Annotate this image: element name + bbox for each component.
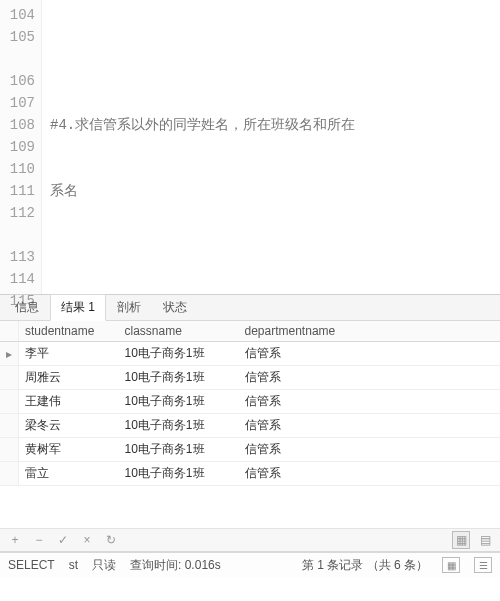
cell-classname[interactable]: 10电子商务1班 [119, 342, 239, 366]
cell-classname[interactable]: 10电子商务1班 [119, 438, 239, 462]
tab-status[interactable]: 状态 [152, 294, 198, 320]
row-pointer [0, 462, 19, 486]
results-toolbar: + − ✓ × ↻ ▦ ▤ [0, 528, 500, 552]
status-query-time: 查询时间: 0.016s [130, 557, 221, 574]
comment-line: #4.求信管系以外的同学姓名，所在班级名和所在 [50, 114, 496, 136]
detail-mode-icon[interactable]: ☰ [474, 557, 492, 573]
row-pointer [0, 438, 19, 462]
table-row[interactable]: 王建伟10电子商务1班信管系 [0, 390, 500, 414]
table-row[interactable]: ▸李平10电子商务1班信管系 [0, 342, 500, 366]
line-number-gutter: 104105 106107108109110111112 113114115 [0, 0, 42, 294]
code-content[interactable]: #4.求信管系以外的同学姓名，所在班级名和所在 系名 SELECT studen… [42, 0, 500, 294]
status-record-info: 第 1 条记录 （共 6 条） [302, 557, 428, 574]
cell-studentname[interactable]: 梁冬云 [19, 414, 119, 438]
table-row[interactable]: 雷立10电子商务1班信管系 [0, 462, 500, 486]
row-pointer: ▸ [0, 342, 19, 366]
line-number: 109 [0, 136, 35, 158]
status-bar: SELECT st 只读 查询时间: 0.016s 第 1 条记录 （共 6 条… [0, 553, 500, 577]
column-header-studentname[interactable]: studentname [19, 321, 119, 342]
table-row[interactable]: 黄树军10电子商务1班信管系 [0, 438, 500, 462]
cell-classname[interactable]: 10电子商务1班 [119, 414, 239, 438]
cell-studentname[interactable]: 黄树军 [19, 438, 119, 462]
table-header-row: studentname classname departmentname [0, 321, 500, 342]
table-row[interactable]: 周雅云10电子商务1班信管系 [0, 366, 500, 390]
line-number: 110 [0, 158, 35, 180]
add-row-button[interactable]: + [6, 531, 24, 549]
line-number: 104 [0, 4, 35, 26]
tab-result-1[interactable]: 结果 1 [50, 294, 106, 321]
status-st: st [69, 558, 78, 572]
cell-departmentname[interactable]: 信管系 [239, 342, 501, 366]
cell-departmentname[interactable]: 信管系 [239, 462, 501, 486]
cell-departmentname[interactable]: 信管系 [239, 438, 501, 462]
column-header-classname[interactable]: classname [119, 321, 239, 342]
row-pointer [0, 366, 19, 390]
cell-studentname[interactable]: 雷立 [19, 462, 119, 486]
apply-button[interactable]: ✓ [54, 531, 72, 549]
form-view-icon[interactable]: ▤ [476, 531, 494, 549]
cell-studentname[interactable]: 李平 [19, 342, 119, 366]
line-number: 111 [0, 180, 35, 202]
cell-studentname[interactable]: 王建伟 [19, 390, 119, 414]
row-pointer [0, 414, 19, 438]
line-number: 106 [0, 70, 35, 92]
table-row[interactable]: 梁冬云10电子商务1班信管系 [0, 414, 500, 438]
refresh-button[interactable]: ↻ [102, 531, 120, 549]
cancel-button[interactable]: × [78, 531, 96, 549]
line-number: 107 [0, 92, 35, 114]
grid-mode-icon[interactable]: ▦ [442, 557, 460, 573]
cell-classname[interactable]: 10电子商务1班 [119, 366, 239, 390]
cell-classname[interactable]: 10电子商务1班 [119, 390, 239, 414]
column-header-departmentname[interactable]: departmentname [239, 321, 501, 342]
code-editor[interactable]: 104105 106107108109110111112 113114115 #… [0, 0, 500, 295]
row-pointer [0, 390, 19, 414]
delete-row-button[interactable]: − [30, 531, 48, 549]
tab-profile[interactable]: 剖析 [106, 294, 152, 320]
results-panel: studentname classname departmentname ▸李平… [0, 321, 500, 553]
cell-departmentname[interactable]: 信管系 [239, 390, 501, 414]
line-number: 114 [0, 268, 35, 290]
row-pointer-header [0, 321, 19, 342]
comment-line-wrap: 系名 [50, 180, 496, 202]
tab-info[interactable]: 信息 [4, 294, 50, 320]
results-tabs: 信息 结果 1 剖析 状态 [0, 295, 500, 321]
cell-departmentname[interactable]: 信管系 [239, 414, 501, 438]
line-number: 105 [0, 26, 35, 48]
cell-classname[interactable]: 10电子商务1班 [119, 462, 239, 486]
results-grid[interactable]: studentname classname departmentname ▸李平… [0, 321, 500, 528]
line-number [0, 224, 35, 246]
line-number: 112 [0, 202, 35, 224]
status-statement: SELECT [8, 558, 55, 572]
grid-view-icon[interactable]: ▦ [452, 531, 470, 549]
status-readonly: 只读 [92, 557, 116, 574]
line-number: 108 [0, 114, 35, 136]
cell-departmentname[interactable]: 信管系 [239, 366, 501, 390]
cell-studentname[interactable]: 周雅云 [19, 366, 119, 390]
line-number: 113 [0, 246, 35, 268]
line-number [0, 48, 35, 70]
